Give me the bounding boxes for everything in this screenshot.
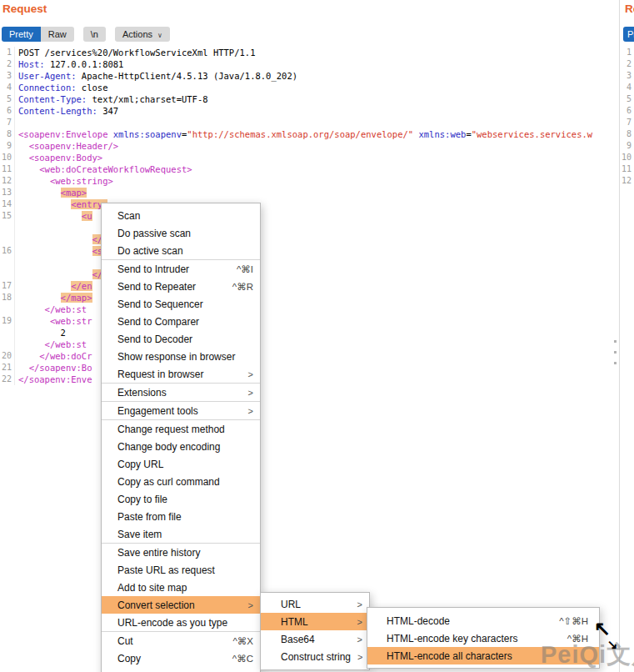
menu-shortcut: ^⌘I (237, 263, 253, 275)
split-divider-grip-icon[interactable] (614, 340, 617, 364)
menu-item-label: HTML-decode (387, 615, 551, 627)
menu-item-label: Show response in browser (117, 351, 253, 363)
tab-actions[interactable]: Actions∨ (115, 27, 170, 42)
code-text: </web:st (14, 303, 87, 315)
code-text: Connection: close (14, 82, 107, 93)
code-text: <soapenv:Header/> (14, 140, 118, 152)
line-number: 15 (0, 210, 12, 222)
chevron-down-icon: ∨ (157, 32, 162, 39)
code-text: <web:string> (14, 175, 113, 187)
line-number: 20 (0, 350, 12, 362)
right-request-panel: Request Pretty 123456789101112 (619, 0, 634, 672)
menu-item-label: Cut (117, 635, 224, 647)
menu-item-do-passive-scan[interactable]: Do passive scan (102, 224, 260, 242)
menu-item-url-encode-as-you-type[interactable]: URL-encode as you type (102, 614, 260, 631)
convert-selection-submenu: URL>HTML>Base64>Construct string> (260, 592, 370, 670)
code-line: </ (0, 268, 612, 280)
menu-item-html-decode[interactable]: HTML-decode^⇧⌘H (367, 612, 599, 629)
submenu-chevron-icon: > (357, 652, 362, 662)
menu-item-construct-string[interactable]: Construct string> (261, 648, 369, 665)
line-number: 13 (0, 187, 12, 198)
code-line: 14 <entry> (0, 198, 612, 210)
code-editor[interactable]: 1POST /services%20/WorkflowServiceXml HT… (0, 47, 612, 385)
line-number: 18 (0, 292, 12, 303)
menu-item-label: Change request method (117, 424, 253, 435)
tab-pretty[interactable]: Pretty (2, 27, 41, 42)
line-number: 2 (0, 58, 12, 70)
menu-item-copy[interactable]: Copy^⌘C (102, 649, 260, 667)
menu-item-base64[interactable]: Base64> (261, 630, 369, 648)
line-number (0, 327, 12, 339)
code-text (14, 117, 18, 128)
code-text: <soapenv:Body> (14, 152, 102, 163)
code-text: </map> (14, 292, 92, 303)
menu-item-copy-to-file[interactable]: Copy to file (102, 490, 260, 508)
menu-item-paste-url-as-request[interactable]: Paste URL as request (102, 561, 260, 579)
code-line: 17 </en (0, 280, 612, 292)
line-number: 2 (620, 58, 632, 70)
menu-item-send-to-comparer[interactable]: Send to Comparer (102, 313, 260, 330)
submenu-chevron-icon: > (248, 388, 253, 398)
code-text: Content-Length: 347 (14, 105, 118, 117)
code-line: 20 </web:doCr (0, 350, 612, 362)
line-number: 11 (0, 163, 12, 175)
line-number: 11 (620, 163, 632, 175)
menu-item-add-to-site-map[interactable]: Add to site map (102, 579, 260, 596)
code-line: 6Content-Length: 347 (0, 105, 612, 117)
menu-item-label: Send to Repeater (117, 281, 224, 293)
menu-item-url[interactable]: URL> (261, 595, 369, 613)
line-number: 8 (0, 128, 12, 140)
menu-item-label: Engagement tools (117, 405, 242, 417)
menu-item-save-item[interactable]: Save item (102, 525, 260, 543)
menu-item-html[interactable]: HTML> (261, 613, 369, 630)
cursor-arrow-secondary-icon: ↘ (607, 637, 618, 652)
menu-item-label: Construct string (281, 651, 351, 663)
line-number: 6 (0, 105, 12, 117)
tab-newline[interactable]: \n (83, 27, 106, 42)
code-line: </web:st (0, 339, 612, 350)
menu-item-label: Copy URL (117, 459, 253, 470)
menu-item-save-entire-history[interactable]: Save entire history (102, 544, 260, 561)
line-number (0, 339, 12, 350)
context-menu: ScanDo passive scanDo active scanSend to… (101, 203, 261, 672)
watermark: PeiQi文库 (541, 639, 634, 672)
code-line: 22</soapenv:Enve (0, 374, 612, 385)
code-text: <soapenv:Envelope xmlns:soapenv="http://… (14, 128, 592, 140)
menu-item-label: HTML-encode key characters (387, 633, 559, 644)
line-number: 4 (0, 82, 12, 93)
submenu-chevron-icon: > (248, 600, 253, 610)
menu-item-scan[interactable]: Scan (102, 207, 260, 224)
menu-item-show-response-in-browser[interactable]: Show response in browser (102, 348, 260, 365)
menu-item-send-to-repeater[interactable]: Send to Repeater^⌘R (102, 278, 260, 295)
line-number: 9 (620, 140, 632, 152)
code-text: 2 (14, 327, 66, 339)
menu-item-copy-as-curl-command[interactable]: Copy as curl command (102, 473, 260, 490)
menu-item-cut[interactable]: Cut^⌘X (102, 632, 260, 649)
menu-item-paste-from-file[interactable]: Paste from file (102, 508, 260, 525)
line-number: 1 (620, 47, 632, 58)
code-text: Host: 127.0.0.1:8081 (14, 58, 123, 70)
line-number: 7 (0, 117, 12, 128)
line-number (0, 268, 12, 280)
menu-item-do-active-scan[interactable]: Do active scan (102, 242, 260, 259)
line-number: 6 (620, 105, 632, 117)
menu-item-change-request-method[interactable]: Change request method (102, 420, 260, 438)
code-text: <u (14, 210, 92, 222)
menu-item-change-body-encoding[interactable]: Change body encoding (102, 438, 260, 455)
menu-item-engagement-tools[interactable]: Engagement tools> (102, 402, 260, 419)
tab-raw[interactable]: Raw (41, 27, 74, 42)
code-line: 19 <web:str (0, 315, 612, 327)
code-line: 9 <soapenv:Header/> (0, 140, 612, 152)
line-number: 12 (0, 175, 12, 187)
right-tab-pretty[interactable]: Pretty (623, 27, 634, 42)
menu-item-convert-selection[interactable]: Convert selection> (102, 596, 260, 614)
menu-item-send-to-sequencer[interactable]: Send to Sequencer (102, 295, 260, 313)
code-text: </ (14, 268, 102, 280)
menu-item-extensions[interactable]: Extensions> (102, 384, 260, 401)
code-line: 16 <s (0, 245, 612, 257)
menu-item-copy-url[interactable]: Copy URL (102, 455, 260, 473)
code-line: 3User-Agent: Apache-HttpClient/4.5.13 (J… (0, 70, 612, 82)
menu-item-send-to-intruder[interactable]: Send to Intruder^⌘I (102, 260, 260, 278)
menu-item-send-to-decoder[interactable]: Send to Decoder (102, 330, 260, 348)
menu-item-request-in-browser[interactable]: Request in browser> (102, 365, 260, 383)
